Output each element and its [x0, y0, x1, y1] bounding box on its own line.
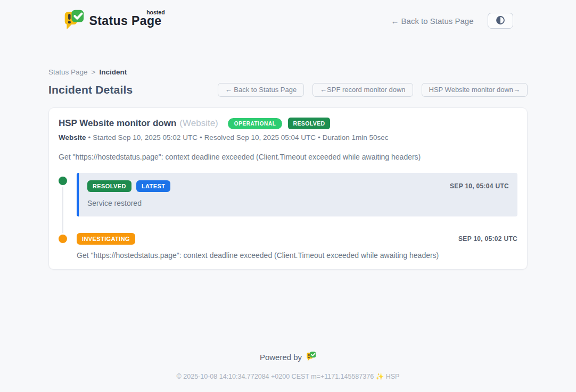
timeline-timestamp: SEP 10, 05:04 UTC — [450, 182, 509, 190]
timeline-entry-content: INVESTIGATING SEP 10, 05:02 UTC Get "htt… — [77, 233, 517, 260]
prev-incident-button[interactable]: ←SPF record monitor down — [312, 83, 413, 97]
breadcrumb-status-page[interactable]: Status Page — [48, 68, 88, 76]
next-incident-button[interactable]: HSP Website monitor down→ — [422, 83, 528, 97]
resolved-badge: RESOLVED — [288, 118, 330, 129]
timeline-entry-header: RESOLVED LATEST SEP 10, 05:04 UTC — [87, 180, 509, 192]
incident-title-row: HSP Website monitor down (Website) OPERA… — [59, 118, 517, 129]
investigating-status-badge: INVESTIGATING — [77, 233, 135, 245]
timeline-entry-badges: INVESTIGATING — [77, 233, 135, 245]
incident-description: Get "https://hostedstatus.page": context… — [59, 153, 517, 161]
header-actions: ← Back to Status Page — [391, 13, 513, 29]
statuspage-logo-icon-small — [306, 351, 316, 363]
timeline-dot-resolved — [59, 177, 67, 185]
incident-meta: Website•Started Sep 10, 2025 05:02 UTC•R… — [59, 134, 517, 141]
timeline-entry-investigating: INVESTIGATING SEP 10, 05:02 UTC Get "htt… — [59, 233, 517, 260]
meta-separator: • — [318, 134, 320, 141]
breadcrumb-separator: > — [92, 68, 96, 76]
title-row: Incident Details ← Back to Status Page ←… — [48, 83, 528, 97]
timeline-entry-box: RESOLVED LATEST SEP 10, 05:04 UTC Servic… — [77, 173, 517, 216]
footer: Powered by © 2025-10-08 14:10:34.772084 … — [0, 351, 576, 392]
main-content: Status Page>Incident Incident Details ← … — [48, 33, 528, 270]
timeline-dot-investigating — [59, 235, 67, 243]
operational-badge: OPERATIONAL — [228, 118, 283, 129]
incident-title: HSP Website monitor down — [59, 118, 176, 129]
timeline-message: Get "https://hostedstatus.page": context… — [77, 251, 517, 260]
meta-resolved: Resolved Sep 10, 2025 05:04 UTC — [204, 134, 316, 141]
timeline-entry-header: INVESTIGATING SEP 10, 05:02 UTC — [77, 233, 517, 245]
meta-separator: • — [88, 134, 91, 141]
statuspage-logo-icon — [63, 9, 85, 33]
logo-text: Status Page — [89, 14, 162, 28]
latest-badge: LATEST — [136, 180, 170, 192]
meta-component: Website — [59, 134, 86, 141]
incident-card: HSP Website monitor down (Website) OPERA… — [48, 107, 528, 270]
back-to-status-page-link[interactable]: ← Back to Status Page — [391, 16, 473, 26]
meta-started: Started Sep 10, 2025 05:02 UTC — [93, 134, 198, 141]
incident-nav-buttons: ← Back to Status Page ←SPF record monito… — [218, 83, 528, 97]
breadcrumb: Status Page>Incident — [48, 68, 528, 76]
meta-duration: Duration 1min 50sec — [323, 134, 389, 141]
timeline-message: Service restored — [87, 199, 509, 207]
page-title: Incident Details — [48, 84, 133, 96]
back-to-status-page-button[interactable]: ← Back to Status Page — [218, 83, 304, 97]
powered-by-label: Powered by — [260, 353, 302, 362]
incident-timeline: RESOLVED LATEST SEP 10, 05:04 UTC Servic… — [59, 173, 517, 260]
timeline-timestamp: SEP 10, 05:02 UTC — [458, 235, 517, 243]
half-circle-contrast-icon — [495, 15, 506, 27]
powered-by-link[interactable]: Powered by — [260, 351, 316, 363]
statuspage-logo[interactable]: Status Page hosted — [63, 9, 162, 33]
resolved-status-badge: RESOLVED — [87, 180, 131, 192]
timeline-entry-badges: RESOLVED LATEST — [87, 180, 170, 192]
copyright-text: © 2025-10-08 14:10:34.772084 +0200 CEST … — [0, 372, 576, 380]
meta-separator: • — [200, 134, 202, 141]
timeline-entry-resolved: RESOLVED LATEST SEP 10, 05:04 UTC Servic… — [59, 173, 517, 216]
breadcrumb-incident: Incident — [99, 68, 127, 76]
logo-hosted-superscript: hosted — [146, 9, 164, 15]
header: Status Page hosted ← Back to Status Page — [63, 9, 513, 33]
theme-toggle-button[interactable] — [488, 13, 513, 29]
incident-component-label: (Website) — [179, 118, 218, 129]
